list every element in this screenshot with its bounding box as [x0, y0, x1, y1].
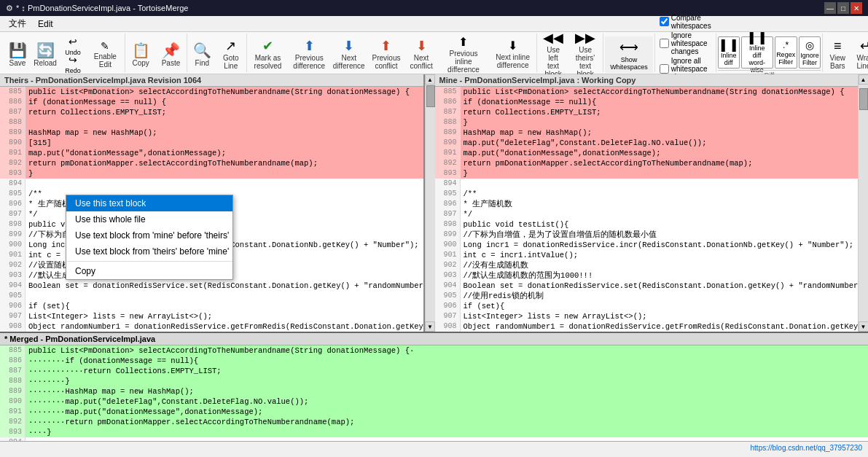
enable-edit-button[interactable]: ✎ Enable Edit [87, 36, 123, 73]
undo-button[interactable]: ↩ Undo [60, 37, 86, 55]
wrap-lines-button[interactable]: ↵ Wrap Lines [852, 36, 868, 73]
reload-button[interactable]: 🔄 Reload [32, 36, 58, 73]
use-left-block-button[interactable]: ◀◀ Use left text block [539, 36, 568, 73]
title-bar: ⚙ * ↕ PmDonationServiceImpl.java - Torto… [0, 0, 868, 16]
line-content: public List<PmDonation> selectAccordingT… [461, 87, 859, 97]
code-line: 887 return Collections.EMPTY_LIST; [0, 107, 423, 117]
ctx-use-whole-file[interactable]: Use this whole file [66, 211, 232, 227]
menu-file[interactable]: 文件 [3, 16, 32, 31]
view-bars-button[interactable]: ≡ View Bars [824, 36, 851, 73]
line-content: //默认生成随机数的范围为1000!!! [461, 270, 859, 281]
ignore-filter-button[interactable]: ◎ Ignore Filter [799, 36, 821, 69]
toolbar-edit-group: 💾 Save 🔄 Reload ↩ Undo ↪ Redo [3, 34, 125, 72]
line-content: ········map.put("deleteFlag",Constant.De… [26, 397, 868, 407]
wrap-lines-icon: ↵ [860, 39, 868, 52]
scroll-up-arrow[interactable]: ▲ [425, 74, 435, 85]
right-scroll-thumb[interactable] [859, 88, 868, 110]
code-line: 893 } [0, 168, 423, 179]
window-controls[interactable]: — □ ✕ [824, 2, 862, 14]
prev-inline-button[interactable]: ⬆ Previous inline difference [438, 36, 489, 73]
menu-bar: 文件 Edit [0, 16, 868, 32]
line-content: /** [461, 189, 859, 199]
code-line: 886········if (donationMessage == null){ [0, 356, 868, 366]
paste-button[interactable]: 📌 Paste [157, 36, 186, 73]
scroll-thumb[interactable] [426, 85, 435, 107]
line-content: } [26, 168, 423, 179]
line-content: ········} [26, 376, 868, 386]
ctx-use-mine-before[interactable]: Use text block from 'mine' before 'their… [66, 227, 232, 243]
next-conflict-icon: ⬇ [416, 39, 427, 52]
whitespace-options: Compare whitespaces Ignore whitespace ch… [655, 34, 716, 72]
show-whitespaces-button[interactable]: ⟷ Show Whitespaces [605, 36, 653, 73]
compare-ws-checkbox[interactable] [660, 17, 669, 26]
toolbar: 💾 Save 🔄 Reload ↩ Undo ↪ Redo [0, 32, 868, 74]
line-number: 893 [0, 168, 26, 179]
next-conflict-button[interactable]: ⬇ Next conflict [406, 36, 436, 73]
redo-icon: ↪ [69, 54, 77, 66]
prev-diff-button[interactable]: ⬆ Previous difference [289, 36, 330, 73]
undo-icon: ↩ [69, 36, 77, 47]
close-button[interactable]: ✕ [851, 2, 862, 14]
find-button[interactable]: 🔍 Find [189, 36, 215, 73]
menu-edit[interactable]: Edit [32, 17, 59, 31]
ctx-copy[interactable]: Copy [66, 263, 232, 279]
line-number: 888 [0, 117, 26, 128]
copy-button[interactable]: 📋 Copy [127, 36, 155, 73]
line-number: 892 [0, 158, 26, 168]
code-line: 908 Object randomNumber1 = donationRedis… [0, 321, 423, 332]
line-number: 899 [435, 230, 461, 240]
save-button[interactable]: 💾 Save [4, 36, 31, 73]
merged-code-lines: 885 public List<PmDonation> selectAccord… [0, 345, 868, 441]
regex-filter-button[interactable]: .* Regex Filter [775, 36, 797, 69]
line-number: 905 [0, 291, 26, 301]
goto-line-button[interactable]: ↗ Goto Line [216, 36, 245, 73]
line-content: return Collections.EMPTY_LIST; [461, 107, 859, 117]
compare-ws-option[interactable]: Compare whitespaces [660, 14, 711, 30]
line-number: 903 [435, 270, 461, 281]
line-content: //没有生成随机数 [461, 260, 859, 270]
mine-code-lines: 885 public List<PmDonation> selectAccord… [435, 87, 859, 332]
line-number: 907 [0, 311, 26, 321]
line-content: Long incr1 = donationRedisService.incr(R… [461, 240, 859, 250]
scroll-down-arrow[interactable]: ▼ [425, 321, 435, 332]
code-line: 892········return pmDonationMapper.selec… [0, 417, 868, 427]
maximize-button[interactable]: □ [837, 2, 849, 14]
redo-button[interactable]: ↪ Redo [60, 55, 86, 73]
ctx-use-theirs-before[interactable]: Use text block from 'theirs' before 'min… [66, 243, 232, 259]
prev-conflict-button[interactable]: ⬆ Previous conflict [368, 36, 405, 73]
inline-diff-word-icon: ▌▐ [750, 32, 765, 44]
code-line: 889 HashMap map = new HashMap(); [0, 128, 423, 138]
line-number: 890 [0, 397, 26, 407]
ignore-ws-changes-checkbox[interactable] [660, 39, 669, 48]
line-content: map.put("donationMessage",donationMessag… [26, 148, 423, 158]
main-scrollbar[interactable]: ▲ ▼ [425, 74, 435, 332]
mine-code-area[interactable]: 885 public List<PmDonation> selectAccord… [435, 87, 859, 332]
next-inline-button[interactable]: ⬇ Next inline difference [490, 36, 535, 73]
line-number: 893 [0, 427, 26, 437]
use-theirs-block-button[interactable]: ▶▶ Use theirs' text block [569, 36, 601, 73]
line-number: 891 [0, 148, 26, 158]
minimize-button[interactable]: — [824, 2, 836, 14]
right-scrollbar[interactable]: ▲ ▼ [858, 74, 868, 332]
code-line: 890········map.put("deleteFlag",Constant… [0, 397, 868, 407]
ignore-all-ws-checkbox[interactable] [660, 64, 669, 74]
toolbar-blocks-group: ◀◀ Use left text block ▶▶ Use theirs' te… [537, 34, 603, 72]
find-icon: 🔍 [193, 43, 211, 58]
line-content: if (donationMessage == null){ [461, 97, 859, 107]
line-number: 894 [0, 179, 26, 189]
right-scroll-up[interactable]: ▲ [859, 74, 869, 85]
line-number: 900 [0, 240, 26, 250]
line-number: 908 [435, 321, 461, 332]
inline-diff-word-button[interactable]: ▌▐ Inline diff word-wise [741, 36, 773, 69]
code-line: 904 Boolean set = donationRedisService.s… [0, 281, 423, 291]
merged-code-area[interactable]: 885 public List<PmDonation> selectAccord… [0, 345, 868, 441]
ctx-use-text-block[interactable]: Use this text block [66, 195, 232, 211]
right-scroll-down[interactable]: ▼ [859, 321, 869, 332]
ignore-ws-changes-option[interactable]: Ignore whitespace changes [660, 31, 711, 55]
mark-resolved-button[interactable]: ✔ Mark as resolved [249, 36, 286, 73]
code-line: 891 map.put("donationMessage",donationMe… [435, 148, 859, 158]
line-content: map.put("donationMessage",donationMessag… [461, 148, 859, 158]
code-line: 904 Boolean set = donationRedisService.s… [435, 281, 859, 291]
next-diff-button[interactable]: ⬇ Next difference [332, 36, 367, 73]
inline-diff-button[interactable]: ▌▐ Inline diff [718, 36, 740, 69]
